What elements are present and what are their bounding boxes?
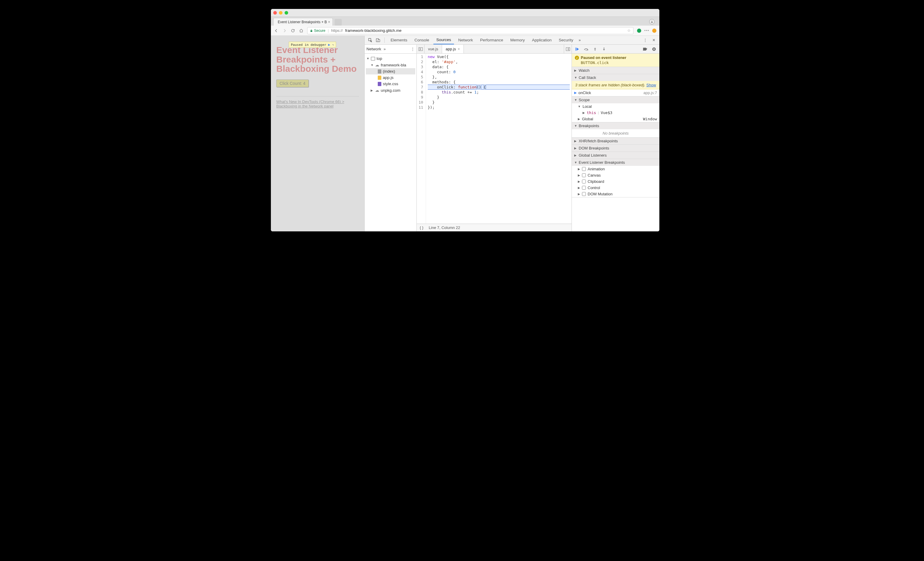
footer-link[interactable]: What's New In DevTools (Chrome 66) > Bla… [276, 99, 344, 108]
pretty-print-icon[interactable]: { } [420, 225, 423, 230]
current-frame-icon: ▶ [574, 91, 577, 95]
devtools-close-icon[interactable]: × [651, 38, 657, 43]
devtools-tab-elements[interactable]: Elements [388, 36, 410, 44]
step-into-button[interactable] [592, 46, 598, 52]
devtools-tab-network[interactable]: Network [455, 36, 476, 44]
section-event-listener-breakpoints[interactable]: ▼Event Listener Breakpoints [572, 159, 659, 166]
deactivate-breakpoints-button[interactable] [642, 46, 648, 52]
event-category[interactable]: ▶Canvas [572, 172, 659, 178]
lock-icon [310, 29, 313, 33]
file-icon [378, 69, 381, 74]
new-tab-button[interactable] [334, 19, 342, 26]
page-heading: Event Listener Breakpoints + Blackboxing… [276, 45, 359, 74]
click-count-button[interactable]: Click Count: 4 [276, 80, 309, 87]
devtools-tab-performance[interactable]: Performance [477, 36, 506, 44]
show-navigator-icon[interactable] [417, 45, 424, 53]
code-area[interactable]: 1234567891011 new Vue({ el: '#app', data… [417, 54, 572, 224]
window-zoom-button[interactable] [285, 11, 288, 15]
secure-badge[interactable]: Secure [310, 28, 326, 33]
tab-close-icon[interactable]: × [328, 20, 330, 24]
overlay-resume-icon[interactable]: ▶ [328, 43, 330, 47]
navigator-menu-icon[interactable]: ⋮ [411, 47, 415, 51]
editor-tab-close-icon[interactable]: × [458, 47, 460, 51]
navigator-overflow-icon[interactable]: » [384, 47, 386, 51]
omnibox[interactable]: Secure | https://framework-blackboxing.g… [307, 27, 633, 34]
devtools-tab-memory[interactable]: Memory [507, 36, 528, 44]
extension-icon[interactable] [637, 28, 641, 33]
devtools-tab-security[interactable]: Security [556, 36, 576, 44]
scope-local[interactable]: ▼Local [572, 104, 659, 110]
editor-tab-label: app.js [446, 47, 456, 51]
css-file-icon [378, 82, 381, 86]
category-checkbox[interactable] [582, 186, 586, 190]
reload-button[interactable] [291, 28, 295, 33]
category-checkbox[interactable] [582, 167, 586, 171]
navigator-pane-tab[interactable]: Network [366, 47, 381, 51]
tree-file[interactable]: app.js [366, 75, 415, 81]
profile-avatar[interactable] [649, 19, 655, 24]
blackbox-show-link[interactable]: Show [646, 83, 656, 87]
devtools-menu-icon[interactable]: ⋮ [641, 38, 650, 42]
page-viewport: Paused in debugger ▶ ↷ Event Listener Br… [271, 36, 364, 231]
tree-label: style.css [383, 82, 398, 86]
event-category[interactable]: ▶Control [572, 184, 659, 191]
page-divider [276, 96, 359, 96]
stack-location[interactable]: app.js:7 [643, 90, 657, 95]
category-checkbox[interactable] [582, 192, 586, 196]
tree-file[interactable]: (index) [366, 68, 415, 75]
category-checkbox[interactable] [582, 180, 586, 183]
svg-rect-9 [575, 47, 576, 51]
back-button[interactable] [274, 28, 279, 33]
section-label: Breakpoints [579, 124, 599, 128]
step-over-button[interactable] [583, 46, 589, 52]
blackbox-notice: 3 stack frames are hidden (black-boxed).… [572, 81, 659, 89]
step-out-button[interactable] [601, 46, 607, 52]
paused-reason-title: Paused on event listener [581, 56, 626, 60]
inspect-element-icon[interactable] [367, 37, 374, 44]
event-category[interactable]: ▶DOM Mutation [572, 191, 659, 197]
forward-button[interactable] [282, 28, 287, 33]
section-xhr-breakpoints[interactable]: ▶XHR/fetch Breakpoints [572, 138, 659, 144]
tab-title: Event Listener Breakpoints + B [278, 20, 327, 24]
bookmark-star-icon[interactable]: ☆ [627, 28, 631, 33]
category-checkbox[interactable] [582, 173, 586, 177]
event-category[interactable]: ▶Clipboard [572, 178, 659, 184]
section-watch[interactable]: ▶Watch [572, 67, 659, 74]
scope-variable[interactable]: ▶this: Vue$3 [572, 110, 659, 116]
extension-menu-icon[interactable]: ••• [644, 28, 649, 33]
svg-point-11 [595, 50, 596, 51]
stack-fn-name: onClick [578, 90, 591, 95]
browser-tab[interactable]: Event Listener Breakpoints + B × [273, 18, 333, 26]
pause-on-exceptions-button[interactable] [651, 46, 657, 52]
scope-global[interactable]: ▶GlobalWindow [572, 116, 659, 122]
resume-button[interactable] [574, 46, 580, 52]
tree-domain[interactable]: ▼framework-bla [366, 62, 415, 68]
device-mode-icon[interactable] [375, 37, 381, 44]
window-close-button[interactable] [273, 11, 277, 15]
section-scope[interactable]: ▼Scope [572, 96, 659, 104]
tree-file[interactable]: style.css [366, 81, 415, 87]
window-minimize-button[interactable] [279, 11, 282, 15]
section-label: Watch [579, 68, 590, 73]
show-debugger-icon[interactable] [564, 45, 572, 53]
tree-label: top [376, 56, 382, 61]
devtools-tabs-overflow-icon[interactable]: » [579, 38, 581, 42]
extension-icon[interactable] [652, 28, 656, 33]
devtools-tab-application[interactable]: Application [529, 36, 555, 44]
tree-frame[interactable]: ▼top [366, 56, 415, 62]
svg-point-10 [586, 50, 587, 51]
devtools-tab-sources[interactable]: Sources [434, 36, 454, 44]
event-category[interactable]: ▶Animation [572, 166, 659, 172]
editor-tab[interactable]: app.js× [442, 45, 464, 53]
devtools-tab-console[interactable]: Console [411, 36, 432, 44]
tree-domain[interactable]: ▶unpkg.com [366, 87, 415, 93]
section-call-stack[interactable]: ▼Call Stack [572, 74, 659, 81]
editor-tab[interactable]: vue.js [424, 45, 442, 53]
section-global-listeners[interactable]: ▶Global Listeners [572, 152, 659, 159]
overlay-step-icon[interactable]: ↷ [332, 43, 334, 47]
call-stack-frame[interactable]: ▶ onClick app.js:7 [572, 89, 659, 96]
browser-tab-strip: Event Listener Breakpoints + B × [271, 16, 659, 26]
section-dom-breakpoints[interactable]: ▶DOM Breakpoints [572, 145, 659, 152]
home-button[interactable] [299, 28, 304, 33]
section-breakpoints[interactable]: ▼Breakpoints [572, 122, 659, 129]
